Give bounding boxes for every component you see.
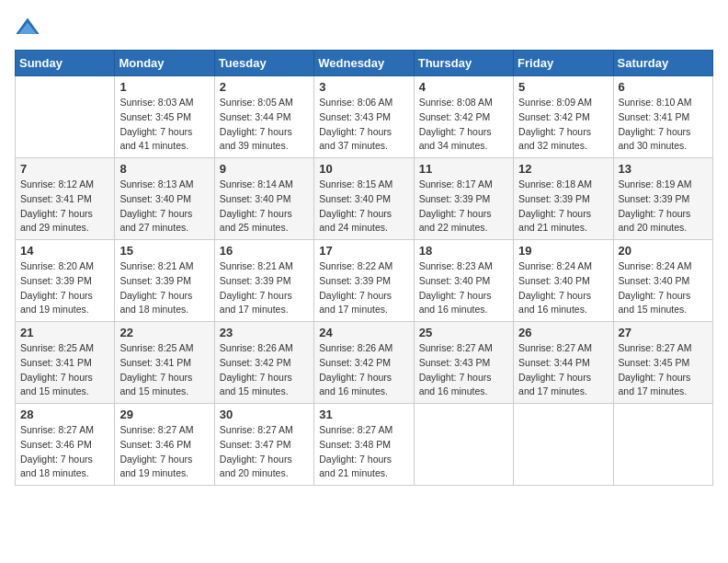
day-info: Sunrise: 8:08 AMSunset: 3:42 PMDaylight:…	[419, 96, 508, 154]
day-number: 30	[220, 408, 309, 421]
calendar-cell: 16Sunrise: 8:21 AMSunset: 3:39 PMDayligh…	[214, 240, 313, 322]
calendar-cell: 22Sunrise: 8:25 AMSunset: 3:41 PMDayligh…	[115, 322, 214, 404]
day-number: 19	[518, 244, 608, 258]
day-number: 24	[319, 326, 408, 339]
day-number: 13	[619, 162, 708, 176]
calendar-cell: 30Sunrise: 8:27 AMSunset: 3:47 PMDayligh…	[214, 404, 313, 486]
calendar-cell: 29Sunrise: 8:27 AMSunset: 3:46 PMDayligh…	[115, 404, 214, 486]
day-info: Sunrise: 8:26 AMSunset: 3:42 PMDaylight:…	[319, 341, 408, 399]
day-info: Sunrise: 8:24 AMSunset: 3:40 PMDaylight:…	[518, 259, 608, 317]
day-info: Sunrise: 8:27 AMSunset: 3:46 PMDaylight:…	[20, 423, 109, 481]
calendar-week-row: 1Sunrise: 8:03 AMSunset: 3:45 PMDaylight…	[16, 76, 713, 158]
day-number: 31	[319, 408, 408, 421]
calendar-cell: 19Sunrise: 8:24 AMSunset: 3:40 PMDayligh…	[514, 240, 613, 322]
calendar-week-row: 21Sunrise: 8:25 AMSunset: 3:41 PMDayligh…	[16, 322, 713, 404]
day-info: Sunrise: 8:21 AMSunset: 3:39 PMDaylight:…	[119, 259, 209, 317]
day-number: 26	[518, 326, 608, 339]
calendar-cell: 9Sunrise: 8:14 AMSunset: 3:40 PMDaylight…	[214, 158, 313, 240]
calendar-cell: 13Sunrise: 8:19 AMSunset: 3:39 PMDayligh…	[613, 158, 712, 240]
day-info: Sunrise: 8:19 AMSunset: 3:39 PMDaylight:…	[619, 178, 708, 236]
day-number: 4	[419, 80, 508, 94]
calendar-cell: 11Sunrise: 8:17 AMSunset: 3:39 PMDayligh…	[414, 158, 513, 240]
calendar-cell: 17Sunrise: 8:22 AMSunset: 3:39 PMDayligh…	[314, 240, 414, 322]
weekday-header-monday: Monday	[115, 51, 214, 76]
calendar-cell: 2Sunrise: 8:05 AMSunset: 3:44 PMDaylight…	[214, 76, 313, 158]
calendar-cell: 1Sunrise: 8:03 AMSunset: 3:45 PMDaylight…	[115, 76, 214, 158]
logo-icon	[15, 15, 40, 40]
day-info: Sunrise: 8:23 AMSunset: 3:40 PMDaylight:…	[419, 259, 508, 317]
day-number: 29	[119, 408, 209, 421]
day-info: Sunrise: 8:14 AMSunset: 3:40 PMDaylight:…	[220, 178, 309, 236]
calendar-cell	[613, 404, 712, 486]
day-info: Sunrise: 8:27 AMSunset: 3:44 PMDaylight:…	[518, 341, 608, 399]
day-info: Sunrise: 8:18 AMSunset: 3:39 PMDaylight:…	[518, 178, 608, 236]
weekday-header-row: SundayMondayTuesdayWednesdayThursdayFrid…	[16, 51, 713, 76]
day-number: 14	[20, 244, 109, 258]
calendar-cell: 21Sunrise: 8:25 AMSunset: 3:41 PMDayligh…	[16, 322, 115, 404]
calendar-cell	[16, 76, 115, 158]
calendar-cell: 27Sunrise: 8:27 AMSunset: 3:45 PMDayligh…	[613, 322, 712, 404]
calendar-cell: 28Sunrise: 8:27 AMSunset: 3:46 PMDayligh…	[16, 404, 115, 486]
day-info: Sunrise: 8:17 AMSunset: 3:39 PMDaylight:…	[419, 178, 508, 236]
calendar-cell: 26Sunrise: 8:27 AMSunset: 3:44 PMDayligh…	[514, 322, 613, 404]
weekday-header-saturday: Saturday	[613, 51, 712, 76]
day-info: Sunrise: 8:15 AMSunset: 3:40 PMDaylight:…	[319, 178, 408, 236]
calendar-week-row: 7Sunrise: 8:12 AMSunset: 3:41 PMDaylight…	[16, 158, 713, 240]
weekday-header-wednesday: Wednesday	[314, 51, 414, 76]
calendar-table: SundayMondayTuesdayWednesdayThursdayFrid…	[15, 50, 713, 486]
calendar-cell	[514, 404, 613, 486]
calendar-body: 1Sunrise: 8:03 AMSunset: 3:45 PMDaylight…	[16, 76, 713, 486]
day-info: Sunrise: 8:22 AMSunset: 3:39 PMDaylight:…	[319, 259, 408, 317]
day-number: 15	[119, 244, 209, 258]
day-number: 17	[319, 244, 408, 258]
day-number: 5	[518, 80, 608, 94]
day-number: 20	[619, 244, 708, 258]
day-number: 25	[419, 326, 508, 339]
day-info: Sunrise: 8:12 AMSunset: 3:41 PMDaylight:…	[20, 178, 109, 236]
day-info: Sunrise: 8:13 AMSunset: 3:40 PMDaylight:…	[119, 178, 209, 236]
calendar-cell: 23Sunrise: 8:26 AMSunset: 3:42 PMDayligh…	[214, 322, 313, 404]
day-info: Sunrise: 8:20 AMSunset: 3:39 PMDaylight:…	[20, 259, 109, 317]
calendar-cell: 24Sunrise: 8:26 AMSunset: 3:42 PMDayligh…	[314, 322, 414, 404]
calendar-week-row: 28Sunrise: 8:27 AMSunset: 3:46 PMDayligh…	[16, 404, 713, 486]
day-number: 8	[119, 162, 209, 176]
calendar-cell: 15Sunrise: 8:21 AMSunset: 3:39 PMDayligh…	[115, 240, 214, 322]
day-info: Sunrise: 8:26 AMSunset: 3:42 PMDaylight:…	[220, 341, 309, 399]
calendar-cell: 6Sunrise: 8:10 AMSunset: 3:41 PMDaylight…	[613, 76, 712, 158]
calendar-cell: 4Sunrise: 8:08 AMSunset: 3:42 PMDaylight…	[414, 76, 513, 158]
weekday-header-thursday: Thursday	[414, 51, 513, 76]
day-number: 2	[220, 80, 309, 94]
calendar-cell: 7Sunrise: 8:12 AMSunset: 3:41 PMDaylight…	[16, 158, 115, 240]
day-info: Sunrise: 8:21 AMSunset: 3:39 PMDaylight:…	[220, 259, 309, 317]
calendar-cell: 3Sunrise: 8:06 AMSunset: 3:43 PMDaylight…	[314, 76, 414, 158]
day-number: 1	[119, 80, 209, 94]
day-number: 21	[20, 326, 109, 339]
day-info: Sunrise: 8:03 AMSunset: 3:45 PMDaylight:…	[119, 96, 209, 154]
day-info: Sunrise: 8:09 AMSunset: 3:42 PMDaylight:…	[518, 96, 608, 154]
page-header	[15, 15, 713, 40]
calendar-cell: 5Sunrise: 8:09 AMSunset: 3:42 PMDaylight…	[514, 76, 613, 158]
day-info: Sunrise: 8:24 AMSunset: 3:40 PMDaylight:…	[619, 259, 708, 317]
day-number: 10	[319, 162, 408, 176]
weekday-header-sunday: Sunday	[16, 51, 115, 76]
calendar-cell: 25Sunrise: 8:27 AMSunset: 3:43 PMDayligh…	[414, 322, 513, 404]
calendar-cell	[414, 404, 513, 486]
calendar-cell: 18Sunrise: 8:23 AMSunset: 3:40 PMDayligh…	[414, 240, 513, 322]
day-number: 9	[220, 162, 309, 176]
calendar-cell: 12Sunrise: 8:18 AMSunset: 3:39 PMDayligh…	[514, 158, 613, 240]
day-number: 28	[20, 408, 109, 421]
day-number: 22	[119, 326, 209, 339]
day-number: 3	[319, 80, 408, 94]
calendar-week-row: 14Sunrise: 8:20 AMSunset: 3:39 PMDayligh…	[16, 240, 713, 322]
day-info: Sunrise: 8:06 AMSunset: 3:43 PMDaylight:…	[319, 96, 408, 154]
day-number: 6	[619, 80, 708, 94]
day-number: 23	[220, 326, 309, 339]
day-info: Sunrise: 8:25 AMSunset: 3:41 PMDaylight:…	[119, 341, 209, 399]
logo	[15, 15, 44, 40]
day-number: 7	[20, 162, 109, 176]
day-number: 27	[619, 326, 708, 339]
calendar-cell: 8Sunrise: 8:13 AMSunset: 3:40 PMDaylight…	[115, 158, 214, 240]
day-number: 18	[419, 244, 508, 258]
day-info: Sunrise: 8:27 AMSunset: 3:43 PMDaylight:…	[419, 341, 508, 399]
calendar-cell: 10Sunrise: 8:15 AMSunset: 3:40 PMDayligh…	[314, 158, 414, 240]
